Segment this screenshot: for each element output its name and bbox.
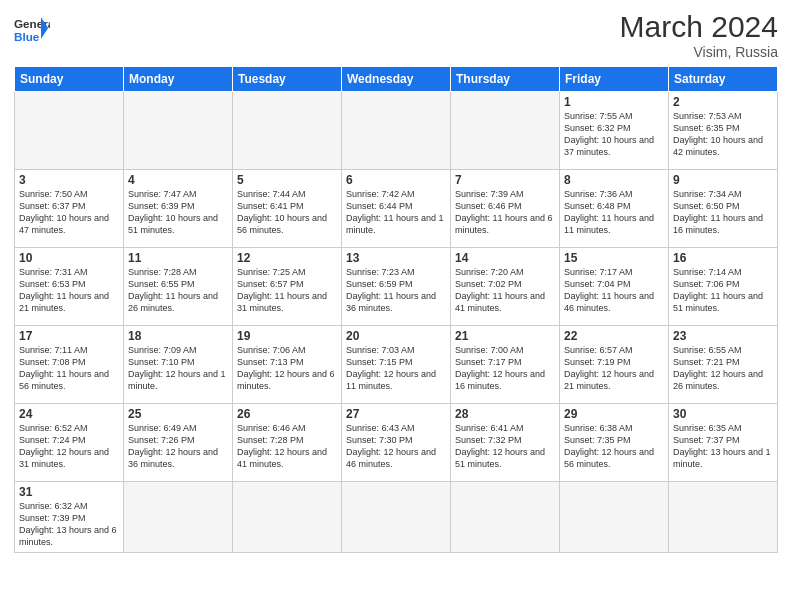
day-cell-14: 14 Sunrise: 7:20 AMSunset: 7:02 PMDaylig… <box>451 248 560 326</box>
empty-cell <box>560 482 669 553</box>
day-cell-19: 19 Sunrise: 7:06 AMSunset: 7:13 PMDaylig… <box>233 326 342 404</box>
empty-cell <box>342 482 451 553</box>
day-cell-5: 5 Sunrise: 7:44 AMSunset: 6:41 PMDayligh… <box>233 170 342 248</box>
day-cell-17: 17 Sunrise: 7:11 AMSunset: 7:08 PMDaylig… <box>15 326 124 404</box>
day-cell-23: 23 Sunrise: 6:55 AMSunset: 7:21 PMDaylig… <box>669 326 778 404</box>
day-cell-6: 6 Sunrise: 7:42 AMSunset: 6:44 PMDayligh… <box>342 170 451 248</box>
day-cell-12: 12 Sunrise: 7:25 AMSunset: 6:57 PMDaylig… <box>233 248 342 326</box>
page-header: General Blue March 2024 Visim, Russia <box>14 10 778 60</box>
day-number: 2 <box>673 95 773 109</box>
title-block: March 2024 Visim, Russia <box>620 10 778 60</box>
header-sunday: Sunday <box>15 67 124 92</box>
day-cell-10: 10 Sunrise: 7:31 AMSunset: 6:53 PMDaylig… <box>15 248 124 326</box>
logo-icon: General Blue <box>14 10 50 46</box>
day-cell-4: 4 Sunrise: 7:47 AMSunset: 6:39 PMDayligh… <box>124 170 233 248</box>
day-cell-7: 7 Sunrise: 7:39 AMSunset: 6:46 PMDayligh… <box>451 170 560 248</box>
empty-cell <box>233 482 342 553</box>
day-cell-9: 9 Sunrise: 7:34 AMSunset: 6:50 PMDayligh… <box>669 170 778 248</box>
day-cell-13: 13 Sunrise: 7:23 AMSunset: 6:59 PMDaylig… <box>342 248 451 326</box>
day-cell-22: 22 Sunrise: 6:57 AMSunset: 7:19 PMDaylig… <box>560 326 669 404</box>
day-cell-8: 8 Sunrise: 7:36 AMSunset: 6:48 PMDayligh… <box>560 170 669 248</box>
empty-cell <box>342 92 451 170</box>
empty-cell <box>124 92 233 170</box>
table-row: 3 Sunrise: 7:50 AMSunset: 6:37 PMDayligh… <box>15 170 778 248</box>
day-cell-11: 11 Sunrise: 7:28 AMSunset: 6:55 PMDaylig… <box>124 248 233 326</box>
day-number: 1 <box>564 95 664 109</box>
location-label: Visim, Russia <box>620 44 778 60</box>
empty-cell <box>451 92 560 170</box>
table-row: 31 Sunrise: 6:32 AMSunset: 7:39 PMDaylig… <box>15 482 778 553</box>
day-cell-27: 27 Sunrise: 6:43 AMSunset: 7:30 PMDaylig… <box>342 404 451 482</box>
day-cell-20: 20 Sunrise: 7:03 AMSunset: 7:15 PMDaylig… <box>342 326 451 404</box>
day-cell-1: 1 Sunrise: 7:55 AMSunset: 6:32 PMDayligh… <box>560 92 669 170</box>
calendar-table: Sunday Monday Tuesday Wednesday Thursday… <box>14 66 778 553</box>
empty-cell <box>124 482 233 553</box>
day-cell-28: 28 Sunrise: 6:41 AMSunset: 7:32 PMDaylig… <box>451 404 560 482</box>
header-tuesday: Tuesday <box>233 67 342 92</box>
day-cell-31: 31 Sunrise: 6:32 AMSunset: 7:39 PMDaylig… <box>15 482 124 553</box>
table-row: 17 Sunrise: 7:11 AMSunset: 7:08 PMDaylig… <box>15 326 778 404</box>
weekday-header-row: Sunday Monday Tuesday Wednesday Thursday… <box>15 67 778 92</box>
header-wednesday: Wednesday <box>342 67 451 92</box>
day-cell-2: 2 Sunrise: 7:53 AMSunset: 6:35 PMDayligh… <box>669 92 778 170</box>
day-cell-16: 16 Sunrise: 7:14 AMSunset: 7:06 PMDaylig… <box>669 248 778 326</box>
table-row: 24 Sunrise: 6:52 AMSunset: 7:24 PMDaylig… <box>15 404 778 482</box>
header-saturday: Saturday <box>669 67 778 92</box>
empty-cell <box>15 92 124 170</box>
day-cell-15: 15 Sunrise: 7:17 AMSunset: 7:04 PMDaylig… <box>560 248 669 326</box>
page-container: General Blue March 2024 Visim, Russia Su… <box>0 0 792 559</box>
day-cell-3: 3 Sunrise: 7:50 AMSunset: 6:37 PMDayligh… <box>15 170 124 248</box>
header-monday: Monday <box>124 67 233 92</box>
day-cell-18: 18 Sunrise: 7:09 AMSunset: 7:10 PMDaylig… <box>124 326 233 404</box>
header-friday: Friday <box>560 67 669 92</box>
day-cell-24: 24 Sunrise: 6:52 AMSunset: 7:24 PMDaylig… <box>15 404 124 482</box>
day-cell-30: 30 Sunrise: 6:35 AMSunset: 7:37 PMDaylig… <box>669 404 778 482</box>
empty-cell <box>233 92 342 170</box>
svg-text:Blue: Blue <box>14 30 40 43</box>
day-cell-29: 29 Sunrise: 6:38 AMSunset: 7:35 PMDaylig… <box>560 404 669 482</box>
logo: General Blue <box>14 10 50 46</box>
table-row: 10 Sunrise: 7:31 AMSunset: 6:53 PMDaylig… <box>15 248 778 326</box>
day-info: Sunrise: 7:53 AMSunset: 6:35 PMDaylight:… <box>673 110 773 159</box>
day-cell-26: 26 Sunrise: 6:46 AMSunset: 7:28 PMDaylig… <box>233 404 342 482</box>
day-cell-25: 25 Sunrise: 6:49 AMSunset: 7:26 PMDaylig… <box>124 404 233 482</box>
day-cell-21: 21 Sunrise: 7:00 AMSunset: 7:17 PMDaylig… <box>451 326 560 404</box>
table-row: 1 Sunrise: 7:55 AMSunset: 6:32 PMDayligh… <box>15 92 778 170</box>
month-year-title: March 2024 <box>620 10 778 44</box>
empty-cell <box>451 482 560 553</box>
empty-cell <box>669 482 778 553</box>
header-thursday: Thursday <box>451 67 560 92</box>
day-info: Sunrise: 7:55 AMSunset: 6:32 PMDaylight:… <box>564 110 664 159</box>
